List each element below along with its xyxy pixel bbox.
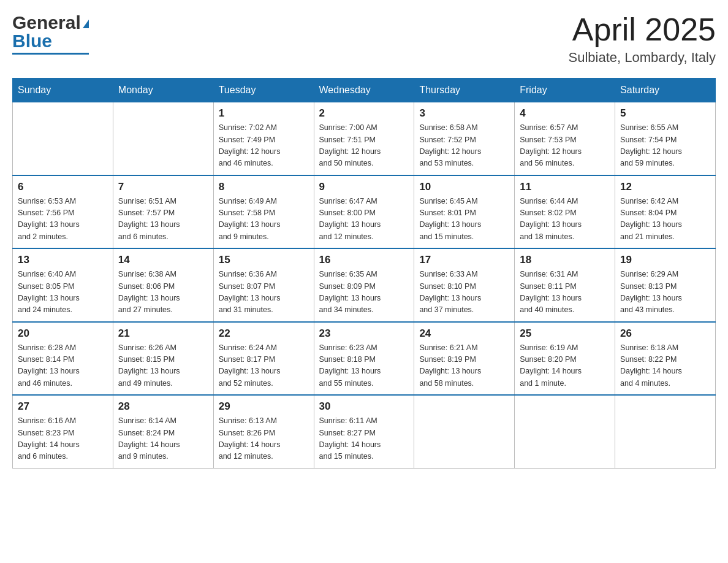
day-info: Sunrise: 6:26 AMSunset: 8:15 PMDaylight:… — [118, 342, 208, 390]
calendar-day-cell: 30Sunrise: 6:11 AMSunset: 8:27 PMDayligh… — [314, 395, 414, 468]
day-number: 21 — [118, 327, 208, 340]
weekday-header: Thursday — [414, 79, 515, 102]
calendar-day-cell: 2Sunrise: 7:00 AMSunset: 7:51 PMDaylight… — [314, 102, 414, 175]
calendar-day-cell: 13Sunrise: 6:40 AMSunset: 8:05 PMDayligh… — [13, 248, 113, 322]
day-info: Sunrise: 6:42 AMSunset: 8:04 PMDaylight:… — [620, 196, 710, 243]
calendar-day-cell — [13, 102, 113, 175]
day-info: Sunrise: 6:45 AMSunset: 8:01 PMDaylight:… — [419, 196, 509, 243]
logo-underline — [12, 53, 89, 55]
day-number: 3 — [419, 107, 509, 120]
day-number: 2 — [319, 107, 409, 120]
calendar-day-cell: 23Sunrise: 6:23 AMSunset: 8:18 PMDayligh… — [314, 322, 414, 396]
day-info: Sunrise: 6:35 AMSunset: 8:09 PMDaylight:… — [319, 269, 409, 316]
day-number: 5 — [620, 107, 710, 120]
day-number: 9 — [319, 181, 409, 193]
day-number: 12 — [620, 181, 710, 193]
calendar-day-cell: 16Sunrise: 6:35 AMSunset: 8:09 PMDayligh… — [314, 248, 414, 322]
day-info: Sunrise: 6:33 AMSunset: 8:10 PMDaylight:… — [419, 269, 509, 316]
logo-blue-text: Blue — [12, 31, 52, 52]
day-info: Sunrise: 6:53 AMSunset: 7:56 PMDaylight:… — [18, 196, 108, 243]
weekday-header: Saturday — [615, 79, 716, 102]
day-number: 10 — [419, 181, 509, 193]
calendar-week-row: 20Sunrise: 6:28 AMSunset: 8:14 PMDayligh… — [13, 322, 716, 396]
day-info: Sunrise: 6:28 AMSunset: 8:14 PMDaylight:… — [18, 342, 108, 390]
calendar-day-cell — [113, 102, 213, 175]
day-info: Sunrise: 6:36 AMSunset: 8:07 PMDaylight:… — [219, 269, 309, 316]
calendar-day-cell — [414, 395, 515, 468]
calendar-day-cell: 7Sunrise: 6:51 AMSunset: 7:57 PMDaylight… — [113, 175, 213, 249]
calendar-day-cell: 24Sunrise: 6:21 AMSunset: 8:19 PMDayligh… — [414, 322, 515, 396]
calendar-day-cell: 29Sunrise: 6:13 AMSunset: 8:26 PMDayligh… — [213, 395, 314, 468]
calendar-day-cell: 6Sunrise: 6:53 AMSunset: 7:56 PMDaylight… — [13, 175, 113, 249]
calendar-day-cell: 14Sunrise: 6:38 AMSunset: 8:06 PMDayligh… — [113, 248, 213, 322]
logo-general-text: General — [12, 12, 81, 33]
day-number: 15 — [219, 254, 309, 266]
day-info: Sunrise: 6:16 AMSunset: 8:23 PMDaylight:… — [18, 415, 108, 463]
weekday-header: Tuesday — [213, 79, 314, 102]
day-info: Sunrise: 7:02 AMSunset: 7:49 PMDaylight:… — [219, 122, 309, 170]
day-number: 22 — [219, 327, 309, 340]
day-number: 25 — [520, 327, 610, 340]
calendar-day-cell — [615, 395, 716, 468]
day-info: Sunrise: 6:29 AMSunset: 8:13 PMDaylight:… — [620, 269, 710, 316]
day-number: 6 — [18, 181, 108, 193]
location-text: Sulbiate, Lombardy, Italy — [569, 50, 716, 66]
day-info: Sunrise: 6:49 AMSunset: 7:58 PMDaylight:… — [219, 196, 309, 243]
calendar-day-cell: 27Sunrise: 6:16 AMSunset: 8:23 PMDayligh… — [13, 395, 113, 468]
month-title: April 2025 — [569, 12, 716, 47]
calendar-day-cell: 4Sunrise: 6:57 AMSunset: 7:53 PMDaylight… — [515, 102, 615, 175]
day-number: 4 — [520, 107, 610, 120]
calendar-day-cell: 26Sunrise: 6:18 AMSunset: 8:22 PMDayligh… — [615, 322, 716, 396]
calendar-day-cell: 28Sunrise: 6:14 AMSunset: 8:24 PMDayligh… — [113, 395, 213, 468]
calendar-day-cell: 17Sunrise: 6:33 AMSunset: 8:10 PMDayligh… — [414, 248, 515, 322]
calendar-day-cell: 21Sunrise: 6:26 AMSunset: 8:15 PMDayligh… — [113, 322, 213, 396]
weekday-header: Sunday — [13, 79, 113, 102]
day-info: Sunrise: 6:24 AMSunset: 8:17 PMDaylight:… — [219, 342, 309, 390]
day-number: 27 — [18, 400, 108, 413]
calendar-week-row: 6Sunrise: 6:53 AMSunset: 7:56 PMDaylight… — [13, 175, 716, 249]
day-number: 28 — [118, 400, 208, 413]
day-number: 17 — [419, 254, 509, 266]
day-number: 24 — [419, 327, 509, 340]
calendar-day-cell: 15Sunrise: 6:36 AMSunset: 8:07 PMDayligh… — [213, 248, 314, 322]
day-number: 16 — [319, 254, 409, 266]
day-number: 8 — [219, 181, 309, 193]
day-number: 18 — [520, 254, 610, 266]
calendar-day-cell: 19Sunrise: 6:29 AMSunset: 8:13 PMDayligh… — [615, 248, 716, 322]
calendar-day-cell — [515, 395, 615, 468]
day-number: 19 — [620, 254, 710, 266]
calendar-day-cell: 1Sunrise: 7:02 AMSunset: 7:49 PMDaylight… — [213, 102, 314, 175]
day-number: 14 — [118, 254, 208, 266]
day-info: Sunrise: 6:11 AMSunset: 8:27 PMDaylight:… — [319, 415, 409, 463]
calendar-week-row: 1Sunrise: 7:02 AMSunset: 7:49 PMDaylight… — [13, 102, 716, 175]
calendar-day-cell: 12Sunrise: 6:42 AMSunset: 8:04 PMDayligh… — [615, 175, 716, 249]
day-info: Sunrise: 6:19 AMSunset: 8:20 PMDaylight:… — [520, 342, 610, 390]
weekday-header: Monday — [113, 79, 213, 102]
day-info: Sunrise: 6:57 AMSunset: 7:53 PMDaylight:… — [520, 122, 610, 170]
day-number: 13 — [18, 254, 108, 266]
calendar-day-cell: 18Sunrise: 6:31 AMSunset: 8:11 PMDayligh… — [515, 248, 615, 322]
calendar-week-row: 13Sunrise: 6:40 AMSunset: 8:05 PMDayligh… — [13, 248, 716, 322]
calendar-day-cell: 11Sunrise: 6:44 AMSunset: 8:02 PMDayligh… — [515, 175, 615, 249]
calendar-day-cell: 5Sunrise: 6:55 AMSunset: 7:54 PMDaylight… — [615, 102, 716, 175]
logo-triangle-icon — [83, 20, 89, 28]
day-number: 7 — [118, 181, 208, 193]
day-info: Sunrise: 6:40 AMSunset: 8:05 PMDaylight:… — [18, 269, 108, 316]
calendar-day-cell: 9Sunrise: 6:47 AMSunset: 8:00 PMDaylight… — [314, 175, 414, 249]
calendar-week-row: 27Sunrise: 6:16 AMSunset: 8:23 PMDayligh… — [13, 395, 716, 468]
logo: General Blue — [12, 12, 89, 55]
calendar-day-cell: 10Sunrise: 6:45 AMSunset: 8:01 PMDayligh… — [414, 175, 515, 249]
day-number: 26 — [620, 327, 710, 340]
day-info: Sunrise: 6:31 AMSunset: 8:11 PMDaylight:… — [520, 269, 610, 316]
day-number: 23 — [319, 327, 409, 340]
calendar-header-row: SundayMondayTuesdayWednesdayThursdayFrid… — [13, 79, 716, 102]
calendar-table: SundayMondayTuesdayWednesdayThursdayFrid… — [12, 78, 716, 469]
day-info: Sunrise: 6:55 AMSunset: 7:54 PMDaylight:… — [620, 122, 710, 170]
day-info: Sunrise: 6:18 AMSunset: 8:22 PMDaylight:… — [620, 342, 710, 390]
weekday-header: Friday — [515, 79, 615, 102]
day-info: Sunrise: 7:00 AMSunset: 7:51 PMDaylight:… — [319, 122, 409, 170]
weekday-header: Wednesday — [314, 79, 414, 102]
day-info: Sunrise: 6:23 AMSunset: 8:18 PMDaylight:… — [319, 342, 409, 390]
calendar-day-cell: 22Sunrise: 6:24 AMSunset: 8:17 PMDayligh… — [213, 322, 314, 396]
calendar-day-cell: 25Sunrise: 6:19 AMSunset: 8:20 PMDayligh… — [515, 322, 615, 396]
